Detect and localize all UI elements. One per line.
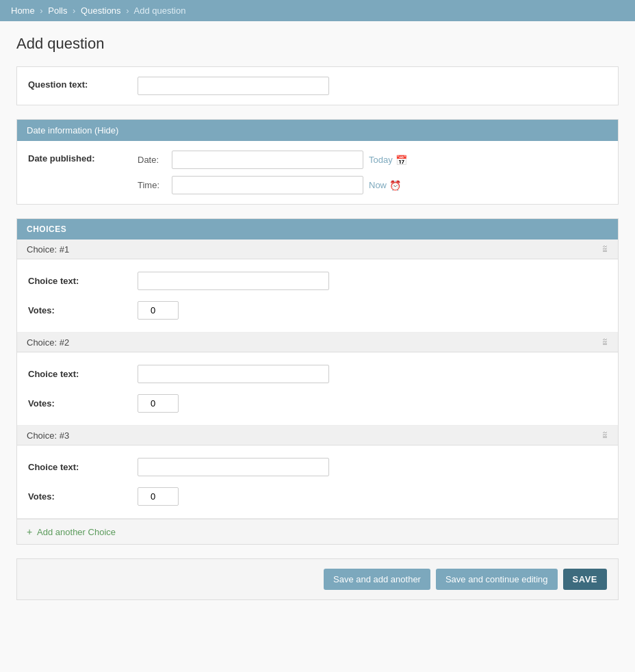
question-text-control [138, 77, 607, 95]
breadcrumb-polls[interactable]: Polls [48, 5, 67, 16]
main-content: Add question Question text: Date informa… [0, 21, 635, 614]
date-label: Date: [138, 155, 172, 165]
date-published-fields: Date: Today 📅 Time: Now ⏰ [138, 151, 407, 194]
choice-item-1: Choice: #1 ⩰ Choice text: Votes: [17, 240, 618, 333]
question-text-input[interactable] [138, 77, 329, 95]
save-add-button[interactable]: Save and add another [324, 569, 430, 590]
date-section-header[interactable]: Date information (Hide) [17, 120, 618, 141]
choice-2-fields: Choice text: Votes: [17, 352, 618, 425]
add-choice-row: + Add another Choice [17, 519, 618, 544]
question-form-section: Question text: [16, 66, 619, 105]
choice-2-text-input[interactable] [138, 365, 329, 383]
choice-1-votes-input[interactable] [138, 301, 179, 320]
date-row: Date: Today 📅 [138, 151, 407, 169]
today-link[interactable]: Today [369, 155, 393, 165]
choice-3-text-input[interactable] [138, 458, 329, 476]
choice-1-text-input[interactable] [138, 272, 329, 290]
choice-2-remove-button[interactable]: ⩰ [603, 337, 608, 348]
choice-2-title-row: Choice: #2 ⩰ [17, 333, 618, 352]
action-bar: Save and add another Save and continue e… [16, 558, 619, 600]
choice-3-votes-row: Votes: [28, 482, 607, 511]
choice-1-fields: Choice text: Votes: [17, 259, 618, 332]
breadcrumb-sep-2: › [73, 5, 75, 16]
time-label: Time: [138, 180, 172, 190]
breadcrumb-current: Add question [133, 5, 185, 16]
choice-2-title: Choice: #2 [27, 337, 69, 348]
time-input[interactable] [172, 176, 363, 194]
choice-2-votes-row: Votes: [28, 389, 607, 418]
choice-1-title: Choice: #1 [27, 244, 69, 255]
save-continue-button[interactable]: Save and continue editing [436, 569, 558, 590]
choice-1-text-row: Choice text: [28, 266, 607, 296]
choice-2-text-label: Choice text: [28, 369, 138, 379]
date-published-row: Date published: Date: Today 📅 Time: Now … [28, 151, 607, 194]
question-text-label: Question text: [28, 77, 138, 90]
add-choice-text: Add another Choice [37, 527, 116, 537]
choice-1-title-row: Choice: #1 ⩰ [17, 240, 618, 259]
now-link[interactable]: Now [369, 180, 387, 190]
breadcrumb-home[interactable]: Home [11, 5, 35, 16]
clock-icon[interactable]: ⏰ [389, 180, 401, 191]
question-text-row: Question text: [17, 67, 618, 105]
breadcrumb-bar: Home › Polls › Questions › Add question [0, 0, 635, 21]
choice-1-votes-label: Votes: [28, 305, 138, 315]
page-title: Add question [16, 35, 619, 53]
choice-3-title: Choice: #3 [27, 430, 69, 441]
date-section-title: Date information (Hide) [27, 125, 118, 135]
save-button[interactable]: SAVE [563, 569, 607, 590]
date-input[interactable] [172, 151, 363, 169]
choice-1-votes-row: Votes: [28, 296, 607, 325]
choice-2-votes-input[interactable] [138, 394, 179, 413]
breadcrumb-questions[interactable]: Questions [81, 5, 121, 16]
choice-1-text-label: Choice text: [28, 276, 138, 286]
choice-3-votes-input[interactable] [138, 487, 179, 506]
choice-2-text-row: Choice text: [28, 359, 607, 389]
date-published-label: Date published: [28, 151, 138, 164]
date-info-section: Date information (Hide) Date published: … [16, 119, 619, 205]
choice-3-title-row: Choice: #3 ⩰ [17, 426, 618, 445]
choice-3-fields: Choice text: Votes: [17, 445, 618, 518]
choice-item-2: Choice: #2 ⩰ Choice text: Votes: [17, 333, 618, 426]
add-choice-link[interactable]: + Add another Choice [27, 527, 116, 537]
breadcrumb-sep-3: › [126, 5, 129, 16]
breadcrumb-sep-1: › [40, 5, 42, 16]
choice-2-votes-label: Votes: [28, 398, 138, 409]
choices-header: CHOICES [17, 219, 618, 240]
choice-3-remove-button[interactable]: ⩰ [603, 430, 608, 441]
choice-3-votes-label: Votes: [28, 491, 138, 502]
plus-icon: + [27, 526, 32, 537]
time-row: Time: Now ⏰ [138, 176, 407, 194]
choice-1-remove-button[interactable]: ⩰ [603, 244, 608, 255]
calendar-icon[interactable]: 📅 [396, 155, 407, 166]
choice-item-3: Choice: #3 ⩰ Choice text: Votes: [17, 426, 618, 519]
choices-section: CHOICES Choice: #1 ⩰ Choice text: Votes: [16, 218, 619, 545]
choice-3-text-label: Choice text: [28, 462, 138, 472]
date-section-body: Date published: Date: Today 📅 Time: Now … [17, 141, 618, 204]
choice-3-text-row: Choice text: [28, 452, 607, 482]
